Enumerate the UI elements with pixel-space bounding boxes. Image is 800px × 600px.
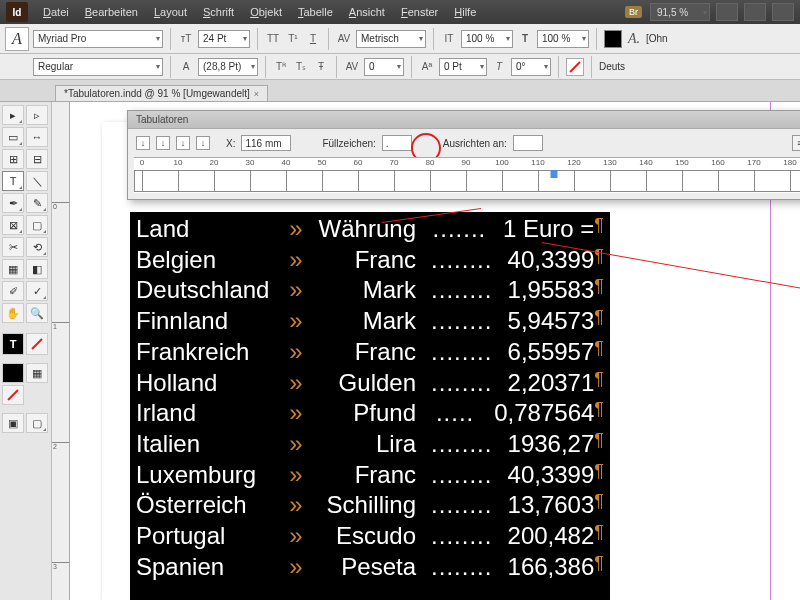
subscript-icon[interactable]: Tₛ bbox=[293, 59, 309, 75]
menu-tabelle[interactable]: Tabelle bbox=[291, 4, 340, 20]
table-row: Spanien»Peseta........166,386¶ bbox=[136, 552, 604, 583]
direct-selection-tool[interactable]: ▹ bbox=[26, 105, 48, 125]
menu-objekt[interactable]: Objekt bbox=[243, 4, 289, 20]
tab-stop-marker[interactable] bbox=[551, 170, 558, 178]
rectangle-tool[interactable]: ▢ bbox=[26, 215, 48, 235]
apply-none-icon[interactable] bbox=[2, 385, 24, 405]
tab-center-icon[interactable]: ↓ bbox=[156, 136, 170, 150]
leading-field[interactable]: (28,8 Pt) bbox=[198, 58, 258, 76]
line-tool[interactable]: ＼ bbox=[26, 171, 48, 191]
charstyle-icon: A. bbox=[626, 31, 642, 47]
preview-mode-icon[interactable]: ▢ bbox=[26, 413, 48, 433]
apply-color-icon[interactable] bbox=[2, 363, 24, 383]
eyedropper-tool[interactable]: ✓ bbox=[26, 281, 48, 301]
horiz-scale-field[interactable]: 100 % bbox=[537, 30, 589, 48]
character-mode-icon[interactable]: A bbox=[5, 27, 29, 51]
tab-align-field[interactable] bbox=[513, 135, 543, 151]
table-row: Holland»Gulden........2,20371¶ bbox=[136, 368, 604, 399]
tab-right-icon[interactable]: ↓ bbox=[176, 136, 190, 150]
menu-hilfe[interactable]: Hilfe bbox=[447, 4, 483, 20]
tab-align-label: Ausrichten an: bbox=[443, 138, 507, 149]
menu-datei[interactable]: Datei bbox=[36, 4, 76, 20]
font-family-dropdown[interactable]: Myriad Pro bbox=[33, 30, 163, 48]
page-tool[interactable]: ▭ bbox=[2, 127, 24, 147]
document-tabs: *Tabulatoren.indd @ 91 % [Umgewandelt] × bbox=[0, 80, 800, 102]
gradient-swatch-tool[interactable]: ▦ bbox=[2, 259, 24, 279]
view-options-icon[interactable] bbox=[772, 3, 794, 21]
font-style-dropdown[interactable]: Regular bbox=[33, 58, 163, 76]
screen-mode-icon[interactable] bbox=[716, 3, 738, 21]
zoom-level-dropdown[interactable]: 91,5 % bbox=[650, 3, 710, 21]
superscript-icon[interactable]: T¹ bbox=[285, 31, 301, 47]
tab-leader-label: Füllzeichen: bbox=[322, 138, 375, 149]
menu-fenster[interactable]: Fenster bbox=[394, 4, 445, 20]
fill-color-swatch[interactable] bbox=[604, 30, 622, 48]
tab-left-icon[interactable]: ↓ bbox=[136, 136, 150, 150]
font-size-icon: тT bbox=[178, 31, 194, 47]
selection-tool[interactable]: ▸ bbox=[2, 105, 24, 125]
baseline-icon: Aª bbox=[419, 59, 435, 75]
underline-icon[interactable]: T bbox=[305, 31, 321, 47]
allcaps-icon[interactable]: TT bbox=[265, 31, 281, 47]
table-row: Finnland»Mark........5,94573¶ bbox=[136, 306, 604, 337]
table-row: Irland»Pfund.....0,787564¶ bbox=[136, 398, 604, 429]
vscale-icon: IT bbox=[441, 31, 457, 47]
table-row: Italien»Lira........1936,27¶ bbox=[136, 429, 604, 460]
type-tool[interactable]: T bbox=[2, 171, 24, 191]
vert-scale-field[interactable]: 100 % bbox=[461, 30, 513, 48]
gap-tool[interactable]: ↔ bbox=[26, 127, 48, 147]
indesign-logo-icon: Id bbox=[6, 2, 28, 22]
tab-ruler[interactable]: 0102030405060708090100110120130140150160… bbox=[134, 157, 800, 193]
tracking-icon: AV bbox=[344, 59, 360, 75]
arrange-icon[interactable] bbox=[744, 3, 766, 21]
tab-leader-field[interactable]: . bbox=[382, 135, 412, 151]
skew-field[interactable]: 0° bbox=[511, 58, 551, 76]
skew-icon: T bbox=[491, 59, 507, 75]
zoom-tool[interactable]: 🔍 bbox=[26, 303, 48, 323]
language-label[interactable]: Deuts bbox=[599, 61, 625, 72]
pencil-tool[interactable]: ✎ bbox=[26, 193, 48, 213]
menu-schrift[interactable]: Schrift bbox=[196, 4, 241, 20]
menu-ansicht[interactable]: Ansicht bbox=[342, 4, 392, 20]
swap-fill-stroke-icon[interactable] bbox=[26, 333, 48, 355]
pen-tool[interactable]: ✒ bbox=[2, 193, 24, 213]
scissors-tool[interactable]: ✂ bbox=[2, 237, 24, 257]
menu-layout[interactable]: Layout bbox=[147, 4, 194, 20]
fill-stroke-swatch[interactable]: T bbox=[2, 333, 24, 355]
kerning-icon: AV bbox=[336, 31, 352, 47]
content-placer-tool[interactable]: ⊟ bbox=[26, 149, 48, 169]
smallcaps-icon[interactable]: Tᴿ bbox=[273, 59, 289, 75]
canvas[interactable]: 0 1 2 3 Tabulatoren ↓ ↓ ↓ ↓ X: 116 mm Fü… bbox=[52, 102, 800, 600]
tabs-panel[interactable]: Tabulatoren ↓ ↓ ↓ ↓ X: 116 mm Füllzeiche… bbox=[127, 110, 800, 200]
table-row: Deutschland»Mark........1,95583¶ bbox=[136, 275, 604, 306]
normal-view-icon[interactable]: ▣ bbox=[2, 413, 24, 433]
workspace: ▸▹ ▭↔ ⊞⊟ T＼ ✒✎ ⊠▢ ✂⟲ ▦◧ ✐✓ ✋🔍 T ▦ ▣▢ 0 1… bbox=[0, 102, 800, 600]
baseline-field[interactable]: 0 Pt bbox=[439, 58, 487, 76]
tab-x-field[interactable]: 116 mm bbox=[241, 135, 291, 151]
tab-x-label: X: bbox=[226, 138, 235, 149]
rectangle-frame-tool[interactable]: ⊠ bbox=[2, 215, 24, 235]
content-collector-tool[interactable]: ⊞ bbox=[2, 149, 24, 169]
table-row: Portugal»Escudo........200,482¶ bbox=[136, 521, 604, 552]
bridge-icon[interactable]: Br bbox=[625, 6, 642, 18]
text-frame[interactable]: Land» Währung ....... 1 Euro =¶ Belgien»… bbox=[130, 212, 610, 600]
menu-bearbeiten[interactable]: Bearbeiten bbox=[78, 4, 145, 20]
tab-decimal-icon[interactable]: ↓ bbox=[196, 136, 210, 150]
hand-tool[interactable]: ✋ bbox=[2, 303, 24, 323]
close-tab-icon[interactable]: × bbox=[254, 89, 259, 99]
apply-gradient-icon[interactable]: ▦ bbox=[26, 363, 48, 383]
kerning-dropdown[interactable]: Metrisch bbox=[356, 30, 426, 48]
document-tab-title: *Tabulatoren.indd @ 91 % [Umgewandelt] bbox=[64, 88, 250, 99]
no-stroke-icon[interactable] bbox=[566, 58, 584, 76]
tabs-panel-controls: ↓ ↓ ↓ ↓ X: 116 mm Füllzeichen: . Ausrich… bbox=[128, 129, 800, 157]
tabs-panel-title: Tabulatoren bbox=[128, 111, 800, 129]
note-tool[interactable]: ✐ bbox=[2, 281, 24, 301]
gradient-feather-tool[interactable]: ◧ bbox=[26, 259, 48, 279]
strikethrough-icon[interactable]: Ŧ bbox=[313, 59, 329, 75]
tracking-field[interactable]: 0 bbox=[364, 58, 404, 76]
document-tab[interactable]: *Tabulatoren.indd @ 91 % [Umgewandelt] × bbox=[55, 85, 268, 101]
table-row: Luxemburg»Franc........40,3399¶ bbox=[136, 460, 604, 491]
panel-menu-icon[interactable]: ≡ bbox=[792, 135, 800, 151]
font-size-field[interactable]: 24 Pt bbox=[198, 30, 250, 48]
free-transform-tool[interactable]: ⟲ bbox=[26, 237, 48, 257]
